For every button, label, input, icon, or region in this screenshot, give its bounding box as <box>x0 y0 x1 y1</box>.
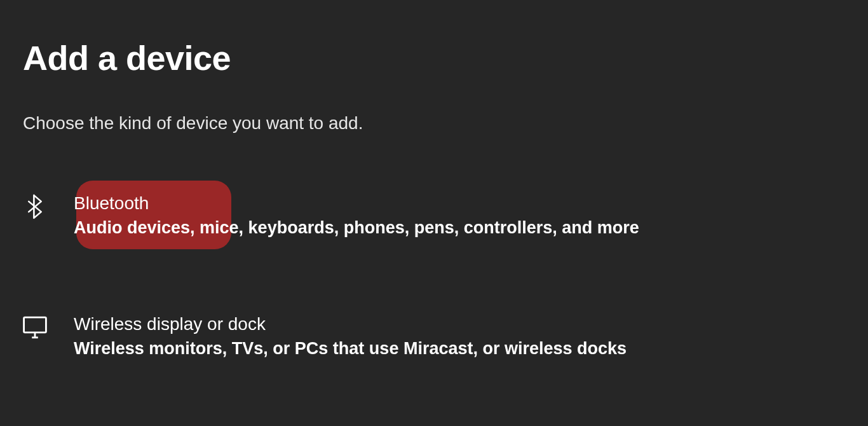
monitor-icon <box>23 315 47 340</box>
dialog-title: Add a device <box>23 38 845 78</box>
option-bluetooth-title: Bluetooth <box>74 192 639 215</box>
bluetooth-icon <box>23 195 47 219</box>
option-wireless-display-description: Wireless monitors, TVs, or PCs that use … <box>74 337 627 360</box>
dialog-subtitle: Choose the kind of device you want to ad… <box>23 113 845 134</box>
svg-rect-0 <box>24 317 46 333</box>
option-wireless-display-title: Wireless display or dock <box>74 313 627 336</box>
option-bluetooth[interactable]: Bluetooth Audio devices, mice, keyboards… <box>23 192 845 240</box>
option-bluetooth-description: Audio devices, mice, keyboards, phones, … <box>74 216 639 239</box>
option-wireless-display[interactable]: Wireless display or dock Wireless monito… <box>23 313 845 361</box>
